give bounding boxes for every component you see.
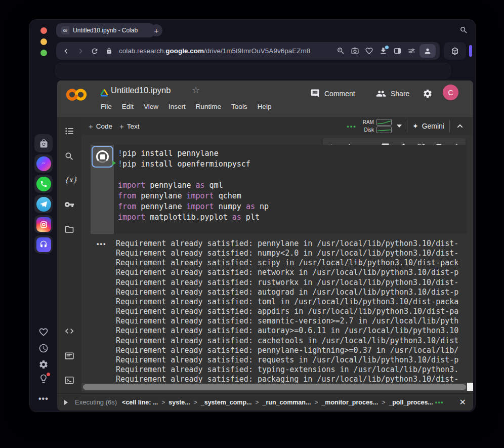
- code-line[interactable]: from pennylane import numpy as np: [118, 201, 467, 212]
- add-code-button[interactable]: +Code: [89, 122, 112, 131]
- command-palette-icon[interactable]: [64, 351, 74, 361]
- sidebar-more-icon[interactable]: •••: [38, 394, 49, 403]
- code-snippets-icon[interactable]: [64, 326, 74, 336]
- horizontal-scrollbar[interactable]: [81, 383, 473, 391]
- stack-frame-crumb[interactable]: _run_comman...: [263, 399, 311, 406]
- stack-frame-crumb[interactable]: syste...: [169, 399, 190, 406]
- account-avatar[interactable]: C: [443, 85, 458, 100]
- code-line[interactable]: [118, 170, 467, 180]
- downloads-icon[interactable]: [377, 45, 389, 57]
- crumb-separator: >: [194, 399, 197, 406]
- whats-new-bulb-icon[interactable]: [38, 374, 49, 384]
- app-headset-button[interactable]: [34, 235, 53, 254]
- app-whatsapp-button[interactable]: [34, 175, 53, 193]
- forward-icon[interactable]: [74, 45, 87, 57]
- tune-settings-icon[interactable]: [405, 45, 417, 57]
- profile-button[interactable]: [419, 44, 436, 58]
- code-line[interactable]: from pennylane import qchem: [118, 191, 467, 201]
- new-tab-button[interactable]: +: [150, 24, 162, 36]
- menu-insert[interactable]: Insert: [163, 101, 191, 112]
- menu-runtime[interactable]: Runtime: [191, 101, 226, 112]
- app-store-button[interactable]: [34, 134, 53, 152]
- crumb-separator: >: [255, 399, 259, 406]
- files-folder-icon[interactable]: [64, 224, 74, 234]
- share-button[interactable]: Share: [376, 89, 409, 99]
- stack-frame-crumb[interactable]: <cell line: ...: [122, 399, 158, 406]
- star-icon[interactable]: ☆: [192, 85, 200, 96]
- app-messenger-button[interactable]: [34, 154, 53, 173]
- whatsapp-icon: [36, 177, 51, 191]
- stack-frame-crumb[interactable]: _monitor_proces...: [321, 399, 378, 406]
- execution-stack-crumbs[interactable]: <cell line: ...>syste...>_system_comp...…: [122, 399, 459, 406]
- colab-menubar: FileEditViewInsertRuntimeToolsHelp: [96, 101, 276, 112]
- menu-file[interactable]: File: [96, 101, 117, 112]
- stack-frame-crumb[interactable]: _poll_proces...: [389, 399, 433, 406]
- address-bar[interactable]: colab.research.google.com/drive/1m5t9Imr…: [56, 42, 440, 60]
- menu-help[interactable]: Help: [253, 101, 277, 112]
- reader-mode-icon[interactable]: [391, 45, 403, 57]
- colab-logo-icon: [65, 87, 88, 102]
- close-status-icon[interactable]: ✕: [459, 397, 466, 407]
- url-text[interactable]: colab.research.google.com/drive/1m5t9Imr…: [119, 47, 332, 55]
- browser-window: ∞ Untitled10.ipynb - Colab + colab.resea…: [29, 19, 476, 412]
- code-editor[interactable]: !pip install pennylane!pip install openf…: [114, 145, 467, 234]
- output-line: Requirement already satisfied: rustworkx…: [116, 278, 467, 288]
- vertical-scrollbar-thumb[interactable]: [467, 383, 473, 391]
- app-telegram-button[interactable]: [34, 195, 53, 213]
- extensions-button[interactable]: [444, 42, 466, 60]
- stack-frame-crumb[interactable]: _system_comp...: [201, 399, 252, 406]
- find-replace-icon[interactable]: [64, 151, 74, 161]
- settings-button[interactable]: [423, 89, 433, 99]
- back-icon[interactable]: [60, 45, 72, 57]
- code-line[interactable]: !pip install openfermionpyscf: [118, 159, 467, 170]
- minimize-window-button[interactable]: [40, 38, 47, 45]
- package-cube-icon: [450, 47, 459, 56]
- maximize-window-button[interactable]: [40, 50, 47, 56]
- crumb-separator: >: [382, 399, 385, 406]
- sidebar-accent-indicator: [469, 45, 472, 57]
- output-options-icon[interactable]: •••: [97, 240, 107, 248]
- output-line: Requirement already satisfied: semantic-…: [116, 316, 467, 326]
- terminal-icon[interactable]: [64, 375, 74, 385]
- output-line: Requirement already satisfied: typing-ex…: [116, 365, 467, 375]
- resources-widget[interactable]: RAM Disk: [362, 119, 392, 133]
- menu-view[interactable]: View: [139, 101, 163, 112]
- screenshot-icon[interactable]: [349, 45, 361, 57]
- zoom-page-icon[interactable]: [334, 45, 347, 57]
- reload-icon[interactable]: [89, 45, 101, 57]
- browser-tab[interactable]: ∞ Untitled10.ipynb - Colab: [56, 23, 154, 37]
- code-line[interactable]: import pennylane as qml: [118, 180, 467, 191]
- search-icon[interactable]: [459, 26, 468, 34]
- close-window-button[interactable]: [40, 27, 47, 34]
- collapse-toolbar-icon[interactable]: [455, 121, 465, 131]
- secrets-key-icon[interactable]: [64, 199, 74, 210]
- screen: ∞ Untitled10.ipynb - Colab + colab.resea…: [0, 0, 504, 448]
- settings-gear-icon[interactable]: [38, 359, 49, 370]
- notebook-title[interactable]: Untitled10.ipynb: [111, 86, 171, 95]
- resources-dropdown-icon[interactable]: [397, 125, 402, 128]
- favorites-heart-icon[interactable]: [363, 45, 375, 57]
- notebook-toolbar: +Code +Text ••• RAM Disk ✦Gemini: [81, 117, 473, 136]
- history-clock-icon[interactable]: [38, 343, 49, 353]
- bookmarks-bar[interactable]: [56, 63, 450, 78]
- add-text-button[interactable]: +Text: [119, 122, 140, 131]
- likes-heart-icon[interactable]: [38, 327, 49, 337]
- comment-button[interactable]: Comment: [310, 89, 355, 98]
- gemini-button[interactable]: ✦Gemini: [412, 122, 444, 130]
- output-line: Requirement already satisfied: requests …: [116, 355, 467, 365]
- stop-execution-button[interactable]: [92, 146, 113, 168]
- menu-edit[interactable]: Edit: [117, 101, 139, 112]
- colab-left-rail: {x}: [57, 117, 82, 393]
- horizontal-scrollbar-thumb[interactable]: [83, 384, 466, 390]
- code-line[interactable]: import matplotlib.pyplot as plt: [118, 212, 467, 223]
- code-line[interactable]: !pip install pennylane: [118, 148, 467, 159]
- expand-status-icon[interactable]: [64, 400, 68, 405]
- sparkle-icon: ✦: [412, 122, 418, 130]
- menu-tools[interactable]: Tools: [226, 101, 253, 112]
- app-instagram-button[interactable]: [34, 215, 53, 233]
- variables-icon[interactable]: {x}: [64, 176, 77, 184]
- stop-icon: [100, 154, 105, 159]
- code-cell[interactable]: !pip install pennylane!pip install openf…: [91, 145, 467, 234]
- table-of-contents-icon[interactable]: [64, 126, 74, 136]
- output-line: Requirement already satisfied: autoray>=…: [116, 326, 467, 336]
